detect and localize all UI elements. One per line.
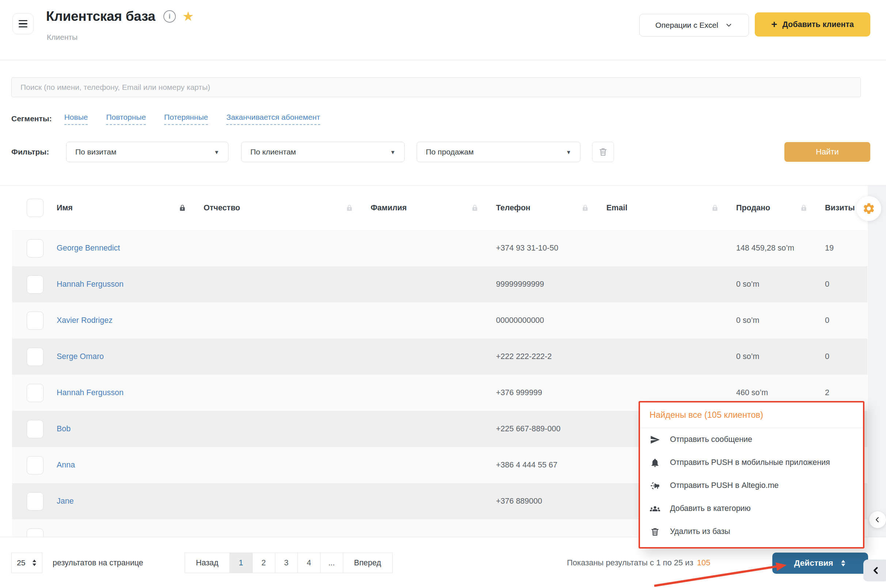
segment-link[interactable]: Заканчивается абонемент (226, 113, 320, 125)
results-text: Показаны результаты с 1 по 25 из (567, 558, 693, 567)
client-phone: +376 889000 (496, 497, 606, 506)
results-total[interactable]: 105 (697, 558, 710, 567)
chevron-down-icon (725, 21, 733, 29)
lock-icon[interactable] (582, 204, 589, 212)
column-header-phone[interactable]: Телефон (496, 203, 530, 213)
client-phone: +225 667-889-000 (496, 424, 606, 434)
segment-link[interactable]: Повторные (106, 113, 146, 125)
breadcrumb: Клиенты (47, 33, 77, 42)
lock-icon[interactable] (711, 204, 719, 212)
client-name-link[interactable]: Jane (57, 497, 204, 506)
row-checkbox[interactable] (27, 420, 44, 438)
column-header-middlename[interactable]: Отчество (204, 203, 240, 213)
client-sold: 460 so’m (736, 388, 825, 398)
row-checkbox[interactable] (27, 312, 44, 330)
client-name-link[interactable]: George Bennedict (57, 244, 204, 253)
client-name-link[interactable]: Hannah Fergusson (57, 280, 204, 289)
menu-button[interactable] (12, 13, 34, 34)
client-phone: +376 999999 (496, 388, 606, 398)
pagination-page[interactable]: ... (320, 553, 343, 573)
client-name-link[interactable]: Anna (57, 460, 204, 470)
segments-row: Сегменты: НовыеПовторныеПотерянныеЗаканч… (11, 111, 320, 126)
per-page-value: 25 (17, 558, 25, 567)
caret-down-icon (214, 149, 219, 155)
column-header-visits[interactable]: Визиты (825, 203, 855, 213)
client-phone: +374 93 31-10-50 (496, 244, 606, 253)
lock-icon[interactable] (346, 204, 353, 212)
column-header-sold[interactable]: Продано (736, 203, 770, 213)
plus-icon: + (771, 20, 777, 30)
filters-label: Фильтры: (11, 142, 49, 162)
popup-menu-item[interactable]: Отправить сообщение (640, 428, 863, 451)
favorite-star-icon[interactable]: ★ (182, 10, 194, 23)
client-phone: 00000000000 (496, 316, 606, 325)
per-page-label: результатов на странице (53, 553, 143, 573)
row-checkbox[interactable] (27, 528, 44, 537)
column-header-name[interactable]: Имя (57, 203, 73, 213)
client-name-link[interactable]: Serge Omaro (57, 352, 204, 361)
actions-button[interactable]: Действия (772, 553, 868, 574)
page-header: Клиентская база ★ Клиенты Операции с Exc… (0, 0, 886, 60)
column-header-lastname[interactable]: Фамилия (371, 203, 407, 213)
row-checkbox[interactable] (27, 384, 44, 402)
pagination-page[interactable]: 1 (230, 553, 252, 573)
popup-menu-item-label: Отправить PUSH в мобильные приложения (670, 458, 830, 467)
pagination-page[interactable]: 4 (298, 553, 320, 573)
client-visits: 0 (825, 316, 867, 325)
find-button[interactable]: Найти (784, 142, 870, 162)
select-all-checkbox[interactable] (27, 199, 44, 217)
collapse-panel-button[interactable] (869, 511, 886, 528)
info-icon[interactable] (163, 10, 176, 22)
popup-menu-item[interactable]: Удалить из базы (640, 520, 863, 543)
popup-menu-item-label: Отправить сообщение (670, 435, 752, 444)
filter-dropdown[interactable]: По клиентам (241, 142, 405, 162)
popup-menu-item[interactable]: Отправить PUSH в Altegio.me (640, 474, 863, 497)
lock-icon[interactable] (179, 204, 186, 212)
clear-filters-button[interactable] (592, 142, 614, 162)
column-header-email[interactable]: Email (606, 203, 627, 213)
row-checkbox[interactable] (27, 239, 44, 258)
client-name-link[interactable]: Xavier Rodrigez (57, 316, 204, 325)
client-name-link[interactable]: Bob (57, 424, 204, 434)
pagination-page[interactable]: 2 (252, 553, 275, 573)
table-header-row: Имя Отчество Фамилия Телефон Email Прода… (12, 186, 867, 230)
gear-icon (862, 202, 875, 215)
search-input[interactable] (11, 77, 861, 97)
client-visits: 0 (825, 280, 867, 289)
add-client-button[interactable]: + Добавить клиента (755, 12, 870, 36)
client-name-link[interactable]: Hannah Fergusson (57, 388, 204, 398)
segment-link[interactable]: Новые (64, 113, 88, 125)
row-checkbox[interactable] (27, 492, 44, 511)
client-sold: 148 459,28 so’m (736, 244, 825, 253)
actions-popup: Найдены все (105 клиентов) Отправить соо… (639, 401, 865, 549)
pagination-prev[interactable]: Назад (185, 553, 230, 573)
lock-icon[interactable] (471, 204, 478, 212)
collapse-sidebar-button[interactable] (863, 560, 886, 581)
segment-link[interactable]: Потерянные (164, 113, 208, 125)
table-row: Serge Omaro+222 222-222-20 so’m0 (12, 339, 867, 375)
row-checkbox[interactable] (27, 348, 44, 366)
filters-row: Фильтры: По визитамПо клиентамПо продажа… (0, 142, 886, 162)
row-checkbox[interactable] (27, 456, 44, 474)
chevron-left-icon (871, 565, 881, 576)
chevron-left-icon (873, 515, 882, 524)
excel-operations-label: Операции с Excel (655, 21, 718, 30)
page-title: Клиентская база (46, 9, 155, 24)
popup-menu-item[interactable]: Отправить PUSH в мобильные приложения (640, 451, 863, 474)
filter-dropdown-label: По клиентам (250, 147, 296, 156)
per-page-select[interactable]: 25 (11, 553, 42, 573)
pagination-next[interactable]: Вперед (343, 553, 392, 573)
filter-dropdown[interactable]: По визитам (66, 142, 229, 162)
table-row: George Bennedict+374 93 31-10-50148 459,… (12, 230, 867, 266)
results-info: Показаны результаты с 1 по 25 из105 (567, 553, 710, 573)
filter-dropdown[interactable]: По продажам (417, 142, 581, 162)
popup-header: Найдены все (105 клиентов) (640, 402, 863, 428)
pagination: Назад1234...Вперед (185, 553, 393, 573)
excel-operations-button[interactable]: Операции с Excel (639, 14, 749, 36)
actions-label: Действия (794, 558, 833, 568)
pagination-page[interactable]: 3 (275, 553, 298, 573)
table-settings-button[interactable] (856, 196, 881, 221)
lock-icon[interactable] (800, 204, 808, 212)
popup-menu-item[interactable]: Добавить в категорию (640, 497, 863, 520)
row-checkbox[interactable] (27, 275, 44, 294)
